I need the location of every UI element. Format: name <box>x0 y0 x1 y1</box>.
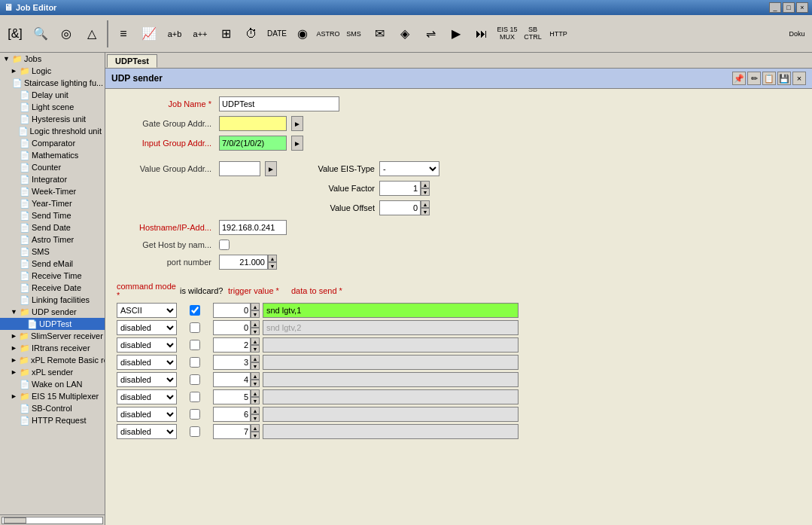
value-offset-up-button[interactable]: ▲ <box>421 200 430 208</box>
save-button[interactable]: 💾 <box>777 72 791 85</box>
trigger-input-6[interactable] <box>213 407 251 422</box>
toolbar-play-button[interactable]: ▶ <box>444 19 468 49</box>
sidebar-item-math[interactable]: 📄 Mathematics <box>0 149 105 161</box>
toolbar-circle2-button[interactable]: ◉ <box>290 19 315 49</box>
cmd-select-7[interactable]: disabled <box>117 424 177 439</box>
trigger-down-3[interactable]: ▼ <box>251 362 260 370</box>
toolbar-aplusb-button[interactable]: a+b <box>163 19 187 49</box>
cmd-select-6[interactable]: disabled <box>117 407 177 422</box>
sidebar-item-logicthresh[interactable]: 📄 Logic threshold unit <box>0 125 105 137</box>
trigger-input-3[interactable] <box>213 355 251 370</box>
toolbar-wave-button[interactable]: ◈ <box>393 19 417 49</box>
trigger-up-5[interactable]: ▲ <box>251 389 260 397</box>
sidebar-item-xplsender[interactable]: ► 📁 xPL sender <box>0 366 105 378</box>
sidebar-item-sms[interactable]: 📄 SMS <box>0 246 105 258</box>
data-send-input-6[interactable] <box>263 407 519 422</box>
gate-group-arrow-button[interactable]: ► <box>291 116 303 131</box>
close-panel-button[interactable]: × <box>792 72 806 85</box>
cmd-select-3[interactable]: disabled <box>117 355 177 370</box>
trigger-up-4[interactable]: ▲ <box>251 372 260 380</box>
sidebar-item-udptest[interactable]: 📄 UDPTest <box>0 318 105 330</box>
trigger-up-6[interactable]: ▲ <box>251 407 260 414</box>
trigger-down-0[interactable]: ▼ <box>251 310 260 318</box>
sidebar-item-sbcontrol[interactable]: 📄 SB-Control <box>0 402 105 414</box>
toolbar-astro-button[interactable]: ASTRO <box>316 19 340 49</box>
trigger-down-4[interactable]: ▼ <box>251 380 260 387</box>
sidebar-item-integrator[interactable]: 📄 Integrator <box>0 173 105 185</box>
value-group-arrow-button[interactable]: ► <box>265 161 277 176</box>
sidebar-item-wakelan[interactable]: 📄 Wake on LAN <box>0 378 105 390</box>
data-send-input-1[interactable] <box>263 320 519 335</box>
toolbar-http-button[interactable]: HTTP <box>546 19 570 49</box>
sidebar-item-weektimer[interactable]: 📄 Week-Timer <box>0 185 105 197</box>
trigger-input-5[interactable] <box>213 389 251 404</box>
close-button[interactable]: × <box>796 2 808 13</box>
toolbar-aplusplus-button[interactable]: a++ <box>188 19 212 49</box>
port-up-button[interactable]: ▲ <box>268 255 277 262</box>
data-send-input-3[interactable] <box>263 355 519 370</box>
copy-button[interactable]: 📋 <box>762 72 776 85</box>
toolbar-circle-button[interactable]: ◎ <box>54 19 78 49</box>
trigger-input-0[interactable] <box>213 303 251 318</box>
sidebar-item-linking[interactable]: 📄 Linking facilities <box>0 294 105 306</box>
hostname-input[interactable] <box>219 220 287 235</box>
value-offset-input[interactable] <box>379 200 421 215</box>
value-eis-select[interactable]: - EIS1 EIS2 EIS5 <box>379 161 439 176</box>
sidebar-item-xplremote[interactable]: ► 📁 xPL Remote Basic re... <box>0 354 105 366</box>
cmd-select-1[interactable]: ASCII disabled <box>117 320 177 335</box>
trigger-input-2[interactable] <box>213 337 251 353</box>
sidebar-item-recvtime[interactable]: 📄 Receive Time <box>0 270 105 282</box>
sidebar-item-counter[interactable]: 📄 Counter <box>0 161 105 173</box>
sidebar-item-senddate[interactable]: 📄 Send Date <box>0 221 105 234</box>
wildcard-check-1[interactable] <box>190 322 200 333</box>
wildcard-check-4[interactable] <box>190 374 200 385</box>
data-send-input-2[interactable] <box>263 337 519 353</box>
wildcard-check-2[interactable] <box>190 340 200 350</box>
input-group-arrow-button[interactable]: ► <box>291 136 303 151</box>
wildcard-check-6[interactable] <box>190 409 200 420</box>
value-group-input[interactable] <box>219 161 260 176</box>
sidebar-item-slimserver[interactable]: ► 📁 SlimServer receiver <box>0 330 105 342</box>
wildcard-check-3[interactable] <box>190 357 200 368</box>
h-scrollbar[interactable] <box>2 517 103 524</box>
sidebar-item-sendtime[interactable]: 📄 Send Time <box>0 209 105 221</box>
wildcard-check-5[interactable] <box>190 392 200 402</box>
toolbar-arrows-button[interactable]: ⇌ <box>418 19 442 49</box>
maximize-button[interactable]: □ <box>783 2 795 13</box>
trigger-down-5[interactable]: ▼ <box>251 397 260 404</box>
pin-button[interactable]: 📌 <box>732 72 746 85</box>
value-factor-up-button[interactable]: ▲ <box>421 181 430 188</box>
cmd-select-5[interactable]: disabled <box>117 389 177 404</box>
edit-button[interactable]: ✏ <box>747 72 761 85</box>
toolbar-fastforward-button[interactable]: ⏭ <box>470 19 494 49</box>
tab-udptest[interactable]: UDPTest <box>107 54 157 68</box>
data-send-input-4[interactable] <box>263 372 519 387</box>
sidebar-item-sendemail[interactable]: 📄 Send eMail <box>0 258 105 270</box>
scrollbar-thumb[interactable] <box>4 517 26 523</box>
toolbar-mux-button[interactable]: EIS 15MUX <box>495 19 519 49</box>
toolbar-list-button[interactable]: ≡ <box>111 19 135 49</box>
toolbar-date-button[interactable]: DATE <box>265 19 289 49</box>
sidebar-item-yeartimer[interactable]: 📄 Year-Timer <box>0 197 105 209</box>
toolbar-triangle-button[interactable]: △ <box>80 19 104 49</box>
sidebar-item-udpsender[interactable]: ▼ 📁 UDP sender <box>0 306 105 318</box>
trigger-down-2[interactable]: ▼ <box>251 345 260 353</box>
toolbar-chart-button[interactable]: 📈 <box>137 19 161 49</box>
sidebar-item-recvdate[interactable]: 📄 Receive Date <box>0 282 105 294</box>
trigger-up-2[interactable]: ▲ <box>251 337 260 345</box>
trigger-down-6[interactable]: ▼ <box>251 414 260 422</box>
value-factor-down-button[interactable]: ▼ <box>421 188 430 196</box>
sidebar-item-hysteresis[interactable]: 📄 Hysteresis unit <box>0 113 105 125</box>
trigger-down-7[interactable]: ▼ <box>251 432 260 439</box>
trigger-up-7[interactable]: ▲ <box>251 424 260 432</box>
data-send-input-0[interactable] <box>263 303 519 318</box>
gate-group-input[interactable] <box>219 116 287 131</box>
toolbar-sms-button[interactable]: SMS <box>342 19 366 49</box>
trigger-up-1[interactable]: ▲ <box>251 320 260 328</box>
trigger-up-3[interactable]: ▲ <box>251 355 260 362</box>
cmd-select-2[interactable]: disabled <box>117 337 177 353</box>
toolbar-search-button[interactable]: 🔍 <box>29 19 53 49</box>
data-send-input-7[interactable] <box>263 424 519 439</box>
input-group-input[interactable] <box>219 136 287 151</box>
toolbar-doku-button[interactable]: Doku <box>785 19 809 49</box>
